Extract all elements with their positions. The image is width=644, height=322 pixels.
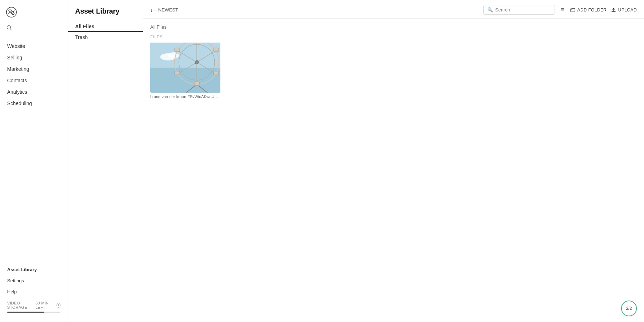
toolbar-right: 🔍 ≡ ADD FOLDER UPLOAD [483, 5, 637, 15]
breadcrumb: All Files [150, 24, 637, 30]
sidebar-item-marketing[interactable]: Marketing [0, 63, 68, 75]
sort-button[interactable]: ↓≡ NEWEST [150, 7, 178, 13]
sort-icon: ↓≡ [150, 7, 156, 13]
svg-rect-3 [571, 9, 575, 12]
list-item[interactable]: bruno-van-der-kraan-FSvWioAKwqU-unsplas.… [150, 43, 220, 99]
sidebar-item-asset-library[interactable]: Asset Library [0, 264, 68, 275]
folder-nav: All Files Trash [68, 20, 143, 44]
sidebar-item-scheduling[interactable]: Scheduling [0, 98, 68, 109]
sidebar: Website Selling Marketing Contacts Analy… [0, 0, 68, 322]
svg-rect-23 [175, 48, 180, 52]
files-section-label: FILES [150, 35, 637, 39]
search-button[interactable] [6, 24, 13, 33]
video-storage-label: VIDEO STORAGE 30 MIN LEFT i [7, 301, 60, 309]
file-thumbnail [150, 43, 220, 93]
svg-point-24 [195, 60, 199, 64]
svg-rect-21 [194, 82, 199, 86]
upload-button[interactable]: UPLOAD [611, 8, 637, 13]
upload-icon [611, 8, 616, 13]
svg-rect-19 [214, 48, 219, 52]
sidebar-bottom: Asset Library Settings Help VIDEO STORAG… [0, 258, 68, 322]
files-grid: bruno-van-der-kraan-FSvWioAKwqU-unsplas.… [150, 43, 637, 99]
storage-info-icon[interactable]: i [57, 303, 60, 308]
search-icon-small: 🔍 [487, 7, 493, 13]
svg-point-7 [168, 52, 179, 59]
version-badge[interactable]: 2/2 [621, 301, 637, 316]
svg-rect-20 [214, 71, 219, 75]
sidebar-item-contacts[interactable]: Contacts [0, 75, 68, 86]
ferris-wheel-image [150, 43, 220, 93]
sidebar-item-settings[interactable]: Settings [0, 275, 68, 286]
view-toggle-button[interactable]: ≡ [559, 5, 566, 14]
video-storage-section: VIDEO STORAGE 30 MIN LEFT i [0, 297, 68, 315]
folder-nav-trash[interactable]: Trash [68, 32, 143, 43]
folder-nav-all-files[interactable]: All Files [68, 21, 143, 32]
folder-panel: Asset Library All Files Trash [68, 0, 143, 322]
main-nav: Website Selling Marketing Contacts Analy… [0, 38, 68, 258]
main-content: ↓≡ NEWEST 🔍 ≡ ADD FOLDER UPLO [143, 0, 644, 322]
sidebar-item-website[interactable]: Website [0, 40, 68, 52]
folder-panel-title: Asset Library [68, 0, 143, 20]
search-input[interactable] [495, 7, 551, 13]
sidebar-search-area [0, 23, 68, 38]
storage-bar-fill [7, 312, 44, 313]
search-icon [6, 25, 12, 31]
logo-area [0, 0, 68, 23]
add-folder-button[interactable]: ADD FOLDER [570, 8, 607, 13]
sidebar-item-help[interactable]: Help [0, 286, 68, 297]
main-area: All Files FILES [143, 19, 644, 322]
sidebar-item-analytics[interactable]: Analytics [0, 86, 68, 98]
search-box: 🔍 [483, 5, 555, 15]
svg-point-1 [7, 26, 11, 29]
svg-line-2 [10, 29, 12, 30]
squarespace-logo [6, 6, 17, 18]
file-name: bruno-van-der-kraan-FSvWioAKwqU-unsplas.… [150, 94, 220, 99]
sidebar-item-selling[interactable]: Selling [0, 52, 68, 63]
storage-bar [7, 312, 60, 313]
top-action-bar: ↓≡ NEWEST 🔍 ≡ ADD FOLDER UPLO [143, 0, 644, 19]
add-folder-icon [570, 8, 575, 13]
svg-rect-22 [175, 71, 180, 75]
